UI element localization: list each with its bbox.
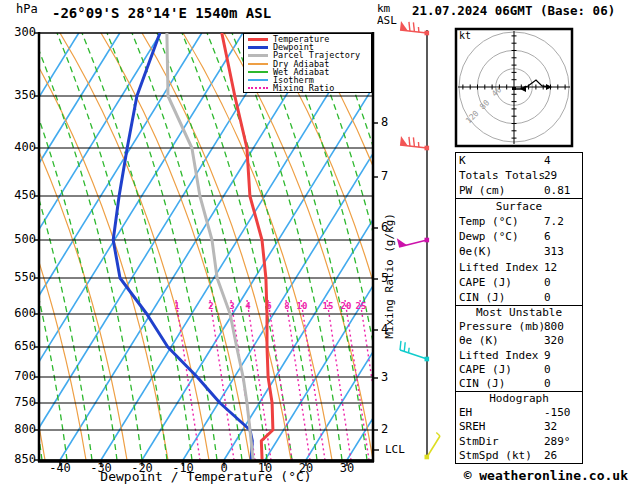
temp-tick-label: -10 bbox=[163, 462, 203, 475]
km-tick-label: 3 bbox=[381, 371, 388, 384]
legend-swatch bbox=[248, 38, 268, 41]
mixing-ratio-value-label: 10 bbox=[297, 301, 308, 311]
row-label: Lifted Index bbox=[459, 261, 538, 274]
pressure-tick-label: 300 bbox=[8, 26, 36, 39]
table-row: Lifted Index12 bbox=[456, 260, 582, 275]
wind-barb bbox=[400, 136, 429, 150]
wet-adiabat-line bbox=[132, 33, 242, 460]
indices-table: K4Totals Totals29PW (cm)0.81 bbox=[455, 152, 583, 199]
table-row: Dewp (°C)6 bbox=[456, 229, 582, 244]
table-row: CIN (J)0 bbox=[456, 290, 582, 305]
table-header: Most Unstable bbox=[456, 306, 582, 320]
pressure-tick-label: 550 bbox=[8, 271, 36, 284]
wind-barb bbox=[400, 21, 429, 35]
row-label: CAPE (J) bbox=[459, 363, 512, 376]
table-header: Surface bbox=[456, 199, 582, 214]
wet-adiabat-line bbox=[32, 33, 142, 460]
temp-tick-label: -30 bbox=[81, 462, 121, 475]
row-value: 4 bbox=[544, 153, 551, 168]
table-header: Hodograph bbox=[456, 392, 582, 406]
table-row: Lifted Index9 bbox=[456, 349, 582, 363]
row-label: Pressure (mb) bbox=[459, 320, 545, 333]
mixing-ratio-value-label: 20 bbox=[341, 301, 352, 311]
row-label: PW (cm) bbox=[459, 184, 505, 197]
dry-adiabat-line bbox=[101, 33, 250, 460]
row-value: 0 bbox=[544, 363, 551, 377]
row-value: 0.81 bbox=[544, 183, 571, 198]
dry-adiabat-line bbox=[142, 33, 291, 460]
pressure-tick-label: 750 bbox=[8, 396, 36, 409]
wind-barb bbox=[400, 341, 429, 361]
isotherm-line bbox=[183, 33, 448, 460]
table-row: K4 bbox=[456, 153, 582, 168]
row-value: 0 bbox=[544, 275, 551, 290]
table-row: CAPE (J)0 bbox=[456, 363, 582, 377]
table-row: Temp (°C)7.2 bbox=[456, 214, 582, 229]
surface-table: SurfaceTemp (°C)7.2Dewp (°C)6θe(K)313Lif… bbox=[455, 198, 583, 306]
km-tick-label: 5 bbox=[381, 272, 388, 285]
pressure-tick-label: 700 bbox=[8, 370, 36, 383]
legend-item: Mixing Ratio bbox=[244, 84, 371, 92]
datetime-label: 21.07.2024 06GMT (Base: 06) bbox=[412, 4, 615, 17]
row-value: 289° bbox=[544, 435, 571, 449]
table-row: CIN (J)0 bbox=[456, 377, 582, 391]
hodograph-table: HodographEH-150SREH32StmDir289°StmSpd (k… bbox=[455, 391, 583, 464]
mixing-ratio-value-label: 15 bbox=[323, 301, 334, 311]
table-row: PW (cm)0.81 bbox=[456, 183, 582, 198]
row-label: θe (K) bbox=[459, 334, 499, 347]
most-unstable-table: Most UnstablePressure (mb)800θe (K)320Li… bbox=[455, 305, 583, 392]
temp-tick-label: -20 bbox=[122, 462, 162, 475]
temp-tick-label: 20 bbox=[286, 462, 326, 475]
row-label: Totals Totals bbox=[459, 169, 545, 182]
chart-title: -26°09'S 28°14'E 1540m ASL bbox=[52, 6, 271, 21]
temp-tick-label: -40 bbox=[40, 462, 80, 475]
table-row: Totals Totals29 bbox=[456, 168, 582, 183]
table-row: StmDir289° bbox=[456, 435, 582, 449]
row-value: 29 bbox=[544, 168, 557, 183]
barb-level-dot bbox=[425, 357, 430, 362]
km-tick-label: 7 bbox=[381, 170, 388, 183]
mixing-ratio-value-label: 25 bbox=[356, 301, 367, 311]
mixing-ratio-value-label: 1 bbox=[174, 301, 179, 311]
barb-level-dot bbox=[425, 238, 430, 243]
mixing-ratio-value-label: 2 bbox=[208, 301, 213, 311]
barb-level-dot bbox=[425, 146, 430, 151]
barb-level-dot bbox=[425, 455, 430, 460]
mixing-ratio-value-label: 3 bbox=[229, 301, 234, 311]
hodograph-unit-label: kt bbox=[459, 31, 471, 42]
mixing-ratio-line bbox=[286, 300, 310, 460]
legend-swatch bbox=[248, 87, 268, 89]
row-label: CIN (J) bbox=[459, 291, 505, 304]
wind-barb bbox=[397, 238, 429, 247]
altitude-axis-title: km ASL bbox=[377, 3, 397, 26]
row-label: Lifted Index bbox=[459, 349, 538, 362]
isotherm-line bbox=[101, 33, 366, 460]
barb-level-dot bbox=[425, 31, 430, 36]
row-value: 32 bbox=[544, 420, 557, 434]
row-label: CAPE (J) bbox=[459, 276, 512, 289]
skewt-sounding-chart: 123468101520254080120 hPa -26°09'S 28°14… bbox=[0, 0, 629, 486]
pressure-tick-label: 850 bbox=[8, 453, 36, 466]
row-label: K bbox=[459, 154, 466, 167]
table-row: EH-150 bbox=[456, 406, 582, 420]
legend-swatch bbox=[248, 79, 268, 81]
row-label: SREH bbox=[459, 420, 486, 433]
row-value: 0 bbox=[544, 290, 551, 305]
row-value: 313 bbox=[544, 244, 564, 259]
pressure-tick-label: 650 bbox=[8, 340, 36, 353]
km-tick-label: 8 bbox=[381, 116, 388, 129]
row-label: StmSpd (kt) bbox=[459, 449, 532, 462]
pressure-tick-label: 450 bbox=[8, 189, 36, 202]
table-row: CAPE (J)0 bbox=[456, 275, 582, 290]
row-label: CIN (J) bbox=[459, 377, 505, 390]
row-value: 320 bbox=[544, 334, 564, 348]
pressure-unit-label: hPa bbox=[16, 3, 38, 16]
temp-tick-label: 30 bbox=[327, 462, 367, 475]
table-row: θe (K)320 bbox=[456, 334, 582, 348]
row-label: StmDir bbox=[459, 435, 499, 448]
temp-tick-label: 10 bbox=[245, 462, 285, 475]
row-value: 0 bbox=[544, 377, 551, 391]
pressure-tick-label: 600 bbox=[8, 307, 36, 320]
row-label: θe(K) bbox=[459, 245, 492, 258]
pressure-tick-label: 350 bbox=[8, 89, 36, 102]
